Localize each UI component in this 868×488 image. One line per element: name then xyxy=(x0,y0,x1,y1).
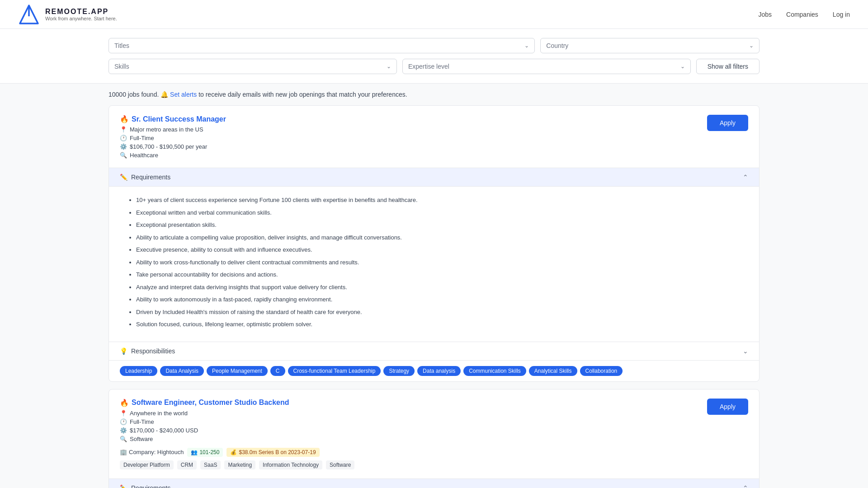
skill-tag[interactable]: Communication Skills xyxy=(463,366,526,376)
main-content: 🔥 Sr. Client Success Manager 📍 Major met… xyxy=(0,105,868,488)
requirement-item: Take personal accountability for decisio… xyxy=(136,270,741,279)
job-info-2: 🔥 Software Engineer, Customer Studio Bac… xyxy=(120,399,707,469)
header: REMOOTE.APP Work from anywhere. Start he… xyxy=(0,0,868,29)
requirement-item: 10+ years of client success experience s… xyxy=(136,196,741,205)
titles-filter[interactable]: Titles ⌄ xyxy=(108,38,535,53)
requirement-item: Analyze and interpret data deriving insi… xyxy=(136,283,741,292)
job-company-2: 🏢 Company: Hightouch 👥 101-250 💰 $38.0m … xyxy=(120,444,707,457)
company-category-tag: CRM xyxy=(177,460,197,469)
skills-filter[interactable]: Skills ⌄ xyxy=(108,59,397,74)
company-category-tag: SaaS xyxy=(200,460,221,469)
country-chevron-icon: ⌄ xyxy=(749,42,754,49)
nav-login[interactable]: Log in xyxy=(833,11,850,18)
job-meta-2: 📍 Anywhere in the world 🕐 Full-Time ⚙️ $… xyxy=(120,410,707,457)
skills-row-1: LeadershipData AnalysisPeople Management… xyxy=(109,360,759,381)
company-funding-2: 💰 $38.0m Series B on 2023-07-19 xyxy=(226,448,319,457)
logo-tagline: Work from anywhere. Start here. xyxy=(45,16,117,21)
job-card-2: 🔥 Software Engineer, Customer Studio Bac… xyxy=(108,389,760,488)
fire-icon: 🔥 xyxy=(120,115,129,123)
results-found-text: jobs found. xyxy=(128,91,159,98)
company-category-tag: Developer Platform xyxy=(120,460,174,469)
building-icon: 🏢 xyxy=(120,449,127,455)
requirements-chevron-icon-1: ⌃ xyxy=(743,174,748,181)
salary-icon: ⚙️ xyxy=(120,143,127,150)
job-meta-1: 📍 Major metro areas in the US 🕐 Full-Tim… xyxy=(120,126,707,159)
requirements-content-1: 10+ years of client success experience s… xyxy=(109,186,759,342)
expertise-filter[interactable]: Expertise level ⌄ xyxy=(402,59,691,74)
country-filter[interactable]: Country ⌄ xyxy=(540,38,760,53)
requirements-list-1: 10+ years of client success experience s… xyxy=(127,196,741,329)
alert-suffix: to receive daily emails with new job ope… xyxy=(198,91,407,98)
requirement-item: Ability to work cross-functionally to de… xyxy=(136,258,741,267)
job-title-1[interactable]: 🔥 Sr. Client Success Manager xyxy=(120,115,707,123)
requirement-item: Ability to work autonomously in a fast-p… xyxy=(136,295,741,304)
logo-area: REMOOTE.APP Work from anywhere. Start he… xyxy=(18,4,117,25)
pencil-icon-2: ✏️ xyxy=(120,484,127,488)
company-category-tag: Information Technology xyxy=(259,460,322,469)
titles-chevron-icon: ⌄ xyxy=(524,42,529,49)
skill-tag[interactable]: Analytical Skills xyxy=(529,366,577,376)
skill-tag[interactable]: Data analysis xyxy=(417,366,461,376)
responsibilities-chevron-icon-1: ⌄ xyxy=(743,347,748,355)
responsibilities-title-1: 💡 Responsibilities xyxy=(120,347,175,355)
filters-row2: Skills ⌄ Expertise level ⌄ Show all filt… xyxy=(108,59,760,74)
requirements-header-1[interactable]: ✏️ Requirements ⌃ xyxy=(109,168,759,186)
nav-companies[interactable]: Companies xyxy=(786,11,818,18)
job-location-1: 📍 Major metro areas in the US xyxy=(120,126,707,133)
bell-icon: 🔔 xyxy=(160,91,168,98)
company-tags-2: 🏢 Company: Hightouch 👥 101-250 💰 $38.0m … xyxy=(120,448,320,457)
filters-row1: Titles ⌄ Country ⌄ xyxy=(108,38,760,53)
logo-icon xyxy=(18,4,40,25)
job-type-2: 🕐 Full-Time xyxy=(120,418,707,425)
skill-tag[interactable]: Leadership xyxy=(120,366,157,376)
skill-tag[interactable]: Collaboration xyxy=(580,366,623,376)
company-category-tags-2: Developer PlatformCRMSaaSMarketingInform… xyxy=(120,460,707,469)
job-card-1: 🔥 Sr. Client Success Manager 📍 Major met… xyxy=(108,105,760,382)
job-location-2: 📍 Anywhere in the world xyxy=(120,410,707,417)
fire-icon-2: 🔥 xyxy=(120,399,129,407)
skill-tag[interactable]: C xyxy=(270,366,285,376)
apply-button-1[interactable]: Apply xyxy=(707,115,748,131)
requirement-item: Solution focused, curious, lifelong lear… xyxy=(136,320,741,329)
nav-links: Jobs Companies Log in xyxy=(758,11,850,18)
company-category-tag: Software xyxy=(326,460,354,469)
job-industry-1: 🔍 Healthcare xyxy=(120,152,707,159)
requirements-section-1: ✏️ Requirements ⌃ 10+ years of client su… xyxy=(109,168,759,342)
job-info-1: 🔥 Sr. Client Success Manager 📍 Major met… xyxy=(120,115,707,159)
filters-section: Titles ⌄ Country ⌄ Skills ⌄ Expertise le… xyxy=(0,29,868,84)
job-type-1: 🕐 Full-Time xyxy=(120,135,707,141)
industry-icon: 🔍 xyxy=(120,152,127,159)
nav-jobs[interactable]: Jobs xyxy=(758,11,772,18)
responsibilities-header-1[interactable]: 💡 Responsibilities ⌄ xyxy=(109,342,759,360)
job-industry-2: 🔍 Software xyxy=(120,436,707,442)
skill-tag[interactable]: Cross-functional Team Leadership xyxy=(288,366,381,376)
results-count: 10000 xyxy=(108,91,126,98)
location-icon-2: 📍 xyxy=(120,410,127,417)
location-icon: 📍 xyxy=(120,126,127,133)
skills-chevron-icon: ⌄ xyxy=(387,63,391,70)
job-header-1: 🔥 Sr. Client Success Manager 📍 Major met… xyxy=(109,106,759,168)
results-info: 10000 jobs found. 🔔 Set alerts to receiv… xyxy=(0,84,868,105)
clock-icon-2: 🕐 xyxy=(120,418,127,425)
logo-text: REMOOTE.APP Work from anywhere. Start he… xyxy=(45,8,117,21)
show-all-filters-button[interactable]: Show all filters xyxy=(696,59,760,74)
requirements-header-2[interactable]: ✏️ Requirements ⌃ xyxy=(109,479,759,488)
country-placeholder: Country xyxy=(546,42,568,49)
requirement-item: Exceptional presentation skills. xyxy=(136,221,741,230)
requirements-chevron-icon-2: ⌃ xyxy=(743,484,748,488)
set-alerts-link[interactable]: Set alerts xyxy=(170,91,197,98)
skill-tag[interactable]: Data Analysis xyxy=(160,366,204,376)
clock-icon: 🕐 xyxy=(120,135,127,141)
apply-button-2[interactable]: Apply xyxy=(707,399,748,415)
job-salary-1: ⚙️ $106,700 - $190,500 per year xyxy=(120,143,707,150)
logo-name: REMOOTE.APP xyxy=(45,8,117,16)
skills-placeholder: Skills xyxy=(114,63,129,70)
skill-tag[interactable]: Strategy xyxy=(383,366,415,376)
job-title-2[interactable]: 🔥 Software Engineer, Customer Studio Bac… xyxy=(120,399,707,407)
requirements-title-2: ✏️ Requirements xyxy=(120,484,170,488)
job-header-2: 🔥 Software Engineer, Customer Studio Bac… xyxy=(109,389,759,479)
salary-icon-2: ⚙️ xyxy=(120,427,127,434)
company-category-tag: Marketing xyxy=(224,460,255,469)
requirements-title-1: ✏️ Requirements xyxy=(120,174,170,181)
skill-tag[interactable]: People Management xyxy=(207,366,268,376)
